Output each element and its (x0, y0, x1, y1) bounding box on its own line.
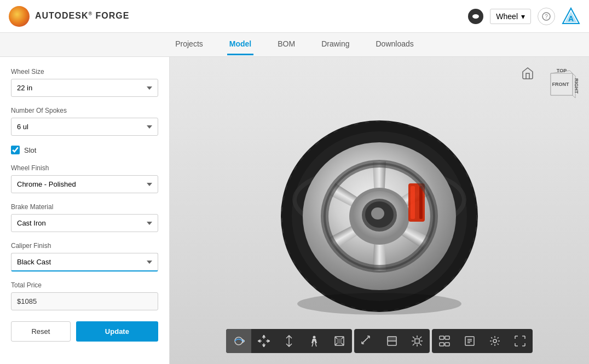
svg-text:TOP: TOP (557, 68, 567, 73)
svg-text:RIGHT: RIGHT (574, 78, 578, 94)
wheel-model (270, 101, 489, 320)
brake-group: Brake Material Cast Iron (11, 203, 158, 232)
viewer-selector[interactable]: Wheel ▾ (490, 9, 531, 24)
finish-group: Wheel Finish Chrome - Polished (11, 164, 158, 193)
svg-marker-37 (263, 345, 265, 347)
analysis-tools-group (354, 329, 430, 353)
section-button[interactable] (379, 329, 405, 353)
svg-rect-58 (440, 343, 444, 346)
price-section: Total Price (11, 281, 158, 310)
brand-text: AUTODESK® FORGE (35, 11, 129, 21)
svg-rect-47 (415, 339, 419, 343)
svg-rect-42 (337, 339, 342, 343)
svg-point-64 (493, 339, 496, 343)
zoom-button[interactable] (276, 329, 302, 353)
svg-line-52 (413, 337, 414, 338)
action-buttons: Reset Update (11, 321, 158, 342)
svg-rect-25 (411, 186, 415, 219)
brand-section: AUTODESK® FORGE (9, 6, 129, 27)
wheel-size-label: Wheel Size (11, 68, 158, 76)
tab-bom[interactable]: BOM (275, 34, 297, 55)
svg-marker-46 (388, 337, 396, 341)
svg-rect-57 (445, 336, 449, 339)
finish-label: Wheel Finish (11, 164, 158, 172)
svg-point-31 (371, 207, 384, 219)
brake-label: Brake Material (11, 203, 158, 211)
nav-tools-group (226, 329, 352, 353)
slot-checkbox[interactable] (11, 146, 20, 154)
slot-group: Slot (11, 146, 158, 154)
nav-tabs: Projects Model BOM Drawing Downloads (0, 33, 589, 57)
sidebar: Wheel Size 22 in Number Of Spokes 6 ul S… (0, 57, 170, 364)
header-controls: Wheel ▾ ? A (468, 7, 580, 26)
explode-button[interactable] (405, 329, 430, 353)
price-input[interactable] (11, 292, 158, 310)
caliper-group: Caliper Finish Black Cast (11, 242, 158, 271)
wheel-size-group: Wheel Size 22 in (11, 68, 158, 97)
app-header: AUTODESK® FORGE Wheel ▾ ? A (0, 0, 589, 33)
main-layout: Wheel Size 22 in Number Of Spokes 6 ul S… (0, 57, 589, 364)
svg-line-43 (363, 337, 368, 343)
measure-button[interactable] (354, 329, 379, 353)
svg-text:A: A (568, 14, 574, 23)
svg-line-53 (420, 337, 421, 338)
ui-tools-group (432, 329, 533, 353)
help-icon[interactable]: ? (538, 8, 555, 25)
slot-label: Slot (24, 146, 36, 154)
orbit-button[interactable] (226, 329, 251, 353)
viewport-toolbar (226, 329, 533, 353)
autodesk-a-logo: A (562, 7, 580, 26)
spokes-group: Number Of Spokes 6 ul (11, 107, 158, 136)
fullscreen-button[interactable] (507, 329, 533, 353)
properties-button[interactable] (457, 329, 482, 353)
wheel-size-select[interactable]: 22 in (11, 79, 158, 97)
svg-rect-56 (440, 336, 444, 339)
svg-marker-35 (242, 339, 245, 343)
svg-line-54 (413, 344, 414, 345)
spokes-select[interactable]: 6 ul (11, 118, 158, 136)
svg-point-40 (313, 336, 316, 339)
tab-drawing[interactable]: Drawing (319, 34, 351, 55)
price-label: Total Price (11, 281, 158, 289)
svg-rect-59 (445, 343, 449, 346)
tree-button[interactable] (432, 329, 457, 353)
tab-model[interactable]: Model (227, 34, 253, 55)
viewport: FRONT RIGHT TOP (170, 57, 589, 364)
reset-button[interactable]: Reset (11, 321, 71, 342)
svg-marker-38 (258, 340, 260, 342)
tab-projects[interactable]: Projects (173, 34, 205, 55)
spokes-label: Number Of Spokes (11, 107, 158, 114)
walk-button[interactable] (302, 329, 327, 353)
brake-select[interactable]: Cast Iron (11, 214, 158, 232)
caliper-label: Caliper Finish (11, 242, 158, 250)
svg-point-34 (235, 337, 242, 345)
viewer-eye-icon (468, 9, 483, 24)
chevron-down-icon: ▾ (521, 12, 525, 21)
svg-marker-39 (268, 340, 270, 342)
svg-marker-36 (263, 335, 265, 337)
settings-button[interactable] (482, 329, 507, 353)
svg-text:FRONT: FRONT (552, 82, 569, 87)
autodesk-logo-icon (9, 6, 30, 27)
update-button[interactable]: Update (76, 321, 158, 342)
svg-line-55 (420, 344, 421, 345)
svg-rect-26 (419, 186, 423, 219)
fit-view-button[interactable] (327, 329, 352, 353)
svg-text:?: ? (545, 14, 548, 20)
finish-select[interactable]: Chrome - Polished (11, 175, 158, 193)
pan-button[interactable] (251, 329, 276, 353)
orientation-cube[interactable]: FRONT RIGHT TOP (540, 68, 578, 106)
caliper-select[interactable]: Black Cast (11, 253, 158, 271)
viewer-label: Wheel (496, 12, 518, 21)
home-button[interactable] (521, 67, 534, 83)
tab-downloads[interactable]: Downloads (374, 34, 416, 55)
svg-point-33 (297, 293, 461, 315)
